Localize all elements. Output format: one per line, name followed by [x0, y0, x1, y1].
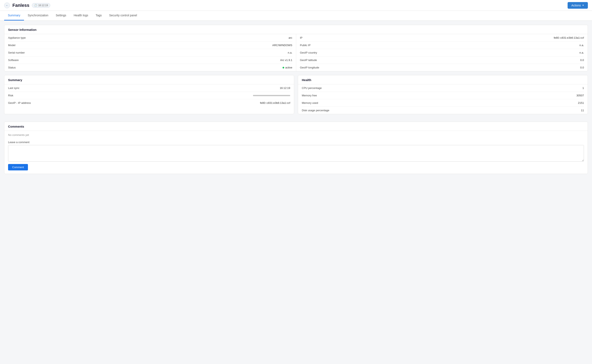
risk-bar-container [253, 95, 290, 96]
actions-label: Actions [571, 4, 581, 7]
sensor-info-left-col: Appliance type arc Model ARC/WINDOWS Ser… [4, 34, 296, 71]
mem-free-value: 30507 [577, 94, 584, 97]
tab-security-control-panel[interactable]: Security control panel [105, 11, 141, 20]
risk-bar [253, 95, 290, 96]
timestamp-badge: 🕐 16:12:19 [32, 3, 50, 8]
geoip-ip-value: fe80::c831:e3b6:13a1:ccf [260, 101, 290, 104]
risk-label: Risk [8, 94, 13, 97]
health-card-title: Health [298, 75, 588, 84]
header-left: ← Fanless 🕐 16:12:19 [4, 2, 50, 8]
ip-label: IP [300, 36, 302, 39]
geoip-lat-label: GeoIP latitude [300, 58, 317, 62]
tabs-bar: Summary Synchronization Settings Health … [0, 11, 592, 21]
comments-title: Comments [4, 122, 588, 131]
app-title: Fanless [13, 3, 29, 8]
comments-card: Comments No comments yet Leave a comment… [4, 122, 588, 174]
back-button[interactable]: ← [4, 2, 10, 8]
comment-textarea[interactable] [8, 145, 584, 162]
timestamp-value: 16:12:19 [38, 4, 48, 7]
geoip-lon-label: GeoIP longitude [300, 66, 319, 69]
no-comments-text: No comments yet [4, 131, 588, 139]
cpu-label: CPU percentage [302, 86, 322, 90]
health-row-mem-free: Memory free 30507 [302, 92, 584, 99]
health-row-disk: Disk usage percentage 11 [302, 107, 584, 114]
tab-summary[interactable]: Summary [4, 11, 24, 20]
sensor-info-right-col: IP fe80::c831:e3b6:13a1:ccf Public IP n.… [296, 34, 588, 71]
serial-value: n.a. [288, 51, 292, 54]
main-content: Sensor Information Appliance type arc Mo… [0, 21, 592, 182]
tab-health-logs[interactable]: Health logs [70, 11, 92, 20]
comment-button[interactable]: Comment [8, 164, 28, 170]
appliance-type-label: Appliance type [8, 36, 26, 39]
summary-row-geoip-ip: GeoIP - IP address fe80::c831:e3b6:13a1:… [8, 99, 290, 106]
geoip-country-value: n.a. [579, 51, 584, 54]
geoip-lat-value: 0.0 [580, 58, 584, 62]
serial-label: Serial number [8, 51, 25, 54]
public-ip-value: n.a. [579, 44, 584, 47]
status-label: Status [8, 66, 16, 69]
info-row-software: Software Arc v1.9.1 [8, 57, 292, 64]
summary-health-row: Summary Last sync 16:12:19 Risk GeoIP - … [4, 75, 588, 118]
mem-free-label: Memory free [302, 94, 317, 97]
clock-icon: 🕐 [34, 4, 37, 7]
geoip-ip-label: GeoIP - IP address [8, 101, 31, 104]
ip-value: fe80::c831:e3b6:13a1:ccf [554, 36, 584, 39]
info-row-geoip-country: GeoIP country n.a. [300, 49, 584, 57]
model-value: ARC/WINDOWS [272, 44, 292, 47]
status-value: active [283, 66, 292, 69]
geoip-lon-value: 0.0 [580, 66, 584, 69]
health-col: CPU percentage 1 Memory free 30507 Memor… [298, 84, 588, 114]
model-label: Model [8, 44, 15, 47]
summary-card: Summary Last sync 16:12:19 Risk GeoIP - … [4, 75, 294, 114]
sensor-info-title: Sensor Information [4, 25, 588, 34]
mem-used-label: Memory used [302, 101, 318, 104]
info-row-model: Model ARC/WINDOWS [8, 42, 292, 49]
health-card: Health CPU percentage 1 Memory free 3050… [298, 75, 588, 114]
disk-value: 11 [581, 109, 584, 112]
info-row-public-ip: Public IP n.a. [300, 42, 584, 49]
info-row-geoip-lon: GeoIP longitude 0.0 [300, 64, 584, 71]
cpu-value: 1 [582, 86, 584, 90]
info-row-ip: IP fe80::c831:e3b6:13a1:ccf [300, 34, 584, 42]
tab-settings[interactable]: Settings [52, 11, 70, 20]
summary-row-risk: Risk [8, 92, 290, 99]
public-ip-label: Public IP [300, 44, 311, 47]
info-row-appliance-type: Appliance type arc [8, 34, 292, 42]
header: ← Fanless 🕐 16:12:19 Actions ▼ [0, 0, 592, 11]
status-dot-green [283, 67, 284, 68]
disk-label: Disk usage percentage [302, 109, 329, 112]
health-row-cpu: CPU percentage 1 [302, 84, 584, 92]
health-row-mem-used: Memory used 2151 [302, 99, 584, 107]
status-text: active [285, 66, 292, 69]
mem-used-value: 2151 [578, 101, 584, 104]
actions-button[interactable]: Actions ▼ [568, 2, 588, 9]
appliance-type-value: arc [289, 36, 292, 39]
last-sync-label: Last sync [8, 86, 20, 90]
last-sync-value: 16:12:19 [280, 86, 290, 90]
leave-comment-label: Leave a comment [4, 139, 588, 145]
chevron-down-icon: ▼ [582, 4, 584, 6]
tab-synchronization[interactable]: Synchronization [24, 11, 52, 20]
summary-card-title: Summary [4, 75, 294, 84]
info-row-status: Status active [8, 64, 292, 71]
tab-tags[interactable]: Tags [92, 11, 105, 20]
sensor-info-grid: Appliance type arc Model ARC/WINDOWS Ser… [4, 34, 588, 71]
geoip-country-label: GeoIP country [300, 51, 317, 54]
software-label: Software [8, 58, 19, 62]
summary-col: Last sync 16:12:19 Risk GeoIP - IP addre… [4, 84, 294, 106]
sensor-info-card: Sensor Information Appliance type arc Mo… [4, 25, 588, 71]
software-value: Arc v1.9.1 [280, 58, 292, 62]
risk-bar-fill [253, 95, 290, 96]
info-row-serial: Serial number n.a. [8, 49, 292, 57]
info-row-geoip-lat: GeoIP latitude 0.0 [300, 57, 584, 64]
summary-row-last-sync: Last sync 16:12:19 [8, 84, 290, 92]
